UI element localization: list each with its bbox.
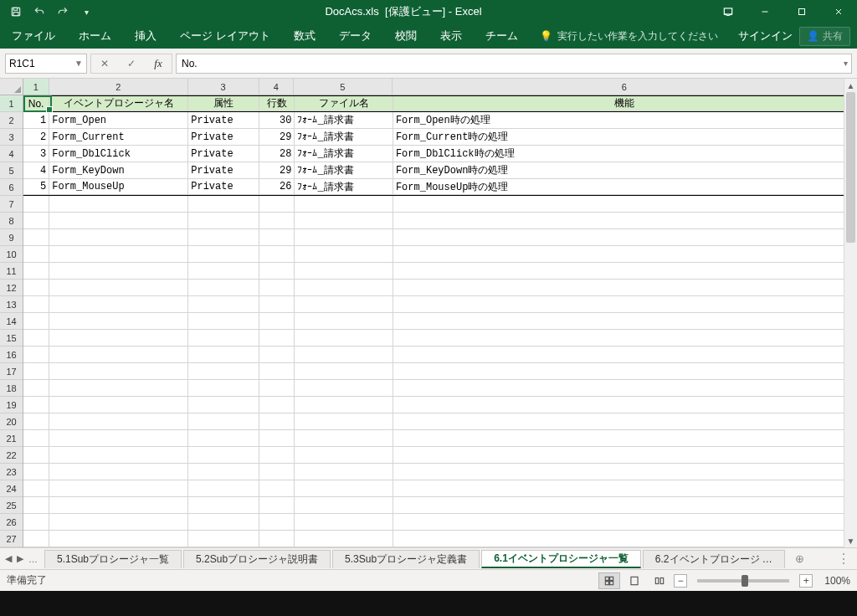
name-box[interactable]: R1C1 ▼ xyxy=(5,54,87,74)
sheet-tab[interactable]: 6.2イベントプロシージ … xyxy=(643,550,785,568)
cell[interactable] xyxy=(49,296,188,313)
cell[interactable] xyxy=(23,413,49,430)
ribbon-display-options-icon[interactable] xyxy=(710,0,747,23)
chevron-down-icon[interactable]: ▼ xyxy=(74,59,83,68)
row-header[interactable]: 22 xyxy=(0,447,23,464)
cell[interactable]: Form_KeyDown時の処理 xyxy=(393,162,857,179)
tab-formulas[interactable]: 数式 xyxy=(282,23,327,49)
sheet-tab[interactable]: 5.1Subプロシージャ一覧 xyxy=(44,550,182,568)
cell[interactable] xyxy=(49,213,188,229)
row-header[interactable]: 26 xyxy=(0,514,23,531)
cell[interactable] xyxy=(295,413,393,430)
cell[interactable]: 属性 xyxy=(188,96,259,111)
cell[interactable] xyxy=(295,464,393,480)
cell[interactable] xyxy=(393,380,857,397)
tab-file[interactable]: ファイル xyxy=(3,23,67,49)
cell[interactable] xyxy=(393,330,857,346)
cell[interactable]: Private xyxy=(188,129,259,146)
cell[interactable] xyxy=(188,464,259,480)
cell[interactable] xyxy=(393,280,857,296)
row-header[interactable]: 24 xyxy=(0,480,23,497)
cell[interactable] xyxy=(23,330,49,346)
column-header[interactable]: 5 xyxy=(294,79,392,95)
tell-me-search[interactable]: 💡 実行したい作業を入力してください xyxy=(540,29,718,44)
cell[interactable] xyxy=(259,229,295,246)
cell[interactable] xyxy=(295,397,393,413)
row-header[interactable]: 20 xyxy=(0,413,23,430)
row-header[interactable]: 17 xyxy=(0,363,23,380)
cell[interactable] xyxy=(295,480,393,497)
cell[interactable]: Form_KeyDown xyxy=(49,162,188,179)
sheet-tab[interactable]: 5.3Subプロシージャ定義書 xyxy=(332,550,480,568)
cell[interactable] xyxy=(23,280,49,296)
view-page-break-icon[interactable] xyxy=(649,572,670,589)
cell[interactable] xyxy=(295,213,393,229)
cell[interactable] xyxy=(259,430,295,447)
cell[interactable] xyxy=(49,430,188,447)
tab-data[interactable]: データ xyxy=(327,23,383,49)
cell[interactable] xyxy=(295,229,393,246)
cell[interactable]: Form_Current時の処理 xyxy=(393,129,857,146)
cell[interactable] xyxy=(188,430,259,447)
cell[interactable] xyxy=(393,514,857,531)
view-normal-icon[interactable] xyxy=(598,572,620,589)
cell[interactable] xyxy=(259,380,295,397)
cell[interactable] xyxy=(23,363,49,380)
cell[interactable] xyxy=(188,229,259,246)
row-header[interactable]: 16 xyxy=(0,346,23,363)
cell[interactable]: No. xyxy=(23,96,49,111)
undo-icon[interactable] xyxy=(28,2,50,22)
zoom-level[interactable]: 100% xyxy=(824,575,850,587)
cell[interactable] xyxy=(49,497,188,514)
column-header[interactable]: 2 xyxy=(49,79,188,95)
column-header[interactable]: 1 xyxy=(23,79,49,95)
cell[interactable] xyxy=(188,380,259,397)
cell[interactable]: ファイル名 xyxy=(295,96,393,111)
expand-formula-icon[interactable]: ▾ xyxy=(844,59,848,68)
cell[interactable] xyxy=(49,413,188,430)
cell[interactable]: 1 xyxy=(23,112,49,129)
cell[interactable] xyxy=(49,480,188,497)
row-header[interactable]: 9 xyxy=(0,229,23,246)
cell[interactable] xyxy=(49,397,188,413)
cell[interactable] xyxy=(23,380,49,397)
cell[interactable] xyxy=(188,213,259,229)
cell[interactable] xyxy=(259,514,295,531)
cell[interactable]: Form_Open xyxy=(49,112,188,129)
cell[interactable] xyxy=(23,514,49,531)
add-sheet-icon[interactable]: ⊕ xyxy=(792,551,808,567)
cell[interactable] xyxy=(259,280,295,296)
zoom-in-button[interactable]: + xyxy=(799,574,813,588)
cell[interactable] xyxy=(23,464,49,480)
cell[interactable] xyxy=(259,497,295,514)
formula-input[interactable]: No. ▾ xyxy=(176,54,852,74)
cell[interactable] xyxy=(49,229,188,246)
view-page-layout-icon[interactable] xyxy=(624,572,645,589)
insert-function-icon[interactable]: fx xyxy=(145,54,172,73)
cell[interactable]: 29 xyxy=(259,162,295,179)
cell[interactable] xyxy=(49,363,188,380)
cell[interactable] xyxy=(188,480,259,497)
row-header[interactable]: 4 xyxy=(0,146,23,162)
cell[interactable]: 26 xyxy=(259,179,295,195)
cell[interactable] xyxy=(23,213,49,229)
cell[interactable] xyxy=(295,531,393,547)
sheet-tab[interactable]: 6.1イベントプロシージャ一覧 xyxy=(481,550,641,568)
tab-nav-next-icon[interactable]: ▶ xyxy=(17,553,23,564)
cell[interactable] xyxy=(23,397,49,413)
cell[interactable] xyxy=(188,246,259,263)
cell[interactable] xyxy=(393,531,857,547)
tab-menu-icon[interactable]: ⋮ xyxy=(835,551,852,567)
cell[interactable]: ﾌｫｰﾑ_請求書 xyxy=(295,146,393,162)
cell[interactable] xyxy=(295,363,393,380)
cell[interactable] xyxy=(259,531,295,547)
cell[interactable] xyxy=(393,246,857,263)
cell[interactable] xyxy=(188,263,259,280)
cell[interactable]: Form_DblClick xyxy=(49,146,188,162)
row-header[interactable]: 15 xyxy=(0,330,23,346)
cell[interactable]: Private xyxy=(188,179,259,195)
qat-customize-icon[interactable]: ▾ xyxy=(75,2,97,22)
cell[interactable] xyxy=(393,313,857,330)
tab-nav-more[interactable]: … xyxy=(28,554,38,564)
row-header[interactable]: 25 xyxy=(0,497,23,514)
